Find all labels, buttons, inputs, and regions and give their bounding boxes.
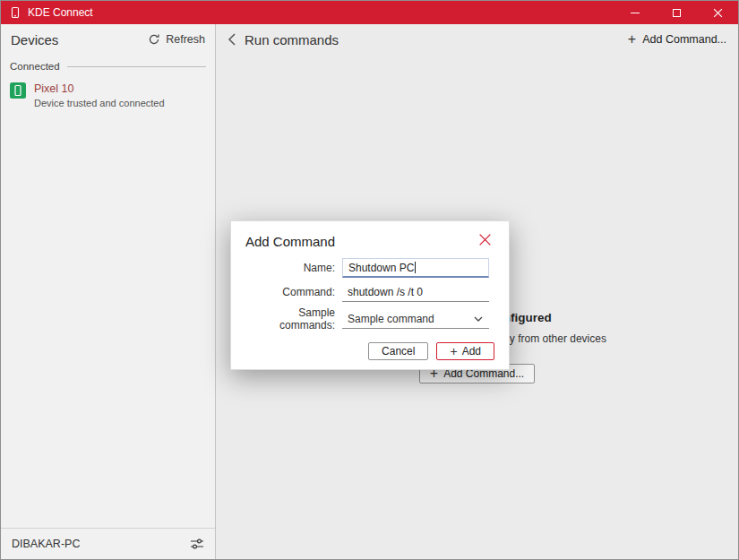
add-command-label: Add Command... (642, 33, 726, 46)
close-icon (477, 232, 493, 247)
command-input-value: shutdown /s /t 0 (348, 286, 423, 298)
page-title: Run commands (245, 32, 339, 47)
dialog-title: Add Command (245, 230, 335, 249)
close-button[interactable] (697, 1, 738, 24)
sample-commands-dropdown[interactable]: Sample command (342, 309, 489, 329)
window-controls (614, 1, 738, 24)
minimize-icon (631, 13, 640, 13)
refresh-label: Refresh (166, 33, 205, 46)
text-cursor (415, 262, 416, 273)
add-command-dialog: Add Command Name: Shutdown PC Command: s… (230, 220, 510, 370)
sample-commands-label: Sample commands: (245, 306, 335, 332)
plus-icon: + (628, 34, 636, 45)
cancel-button[interactable]: Cancel (368, 342, 428, 360)
device-list-item[interactable]: Pixel 10 Device trusted and connected (1, 76, 215, 115)
window-title: KDE Connect (28, 6, 93, 19)
devices-sidebar: Devices Refresh Connected (1, 24, 216, 559)
dialog-close-button[interactable] (476, 230, 494, 249)
sliders-icon (190, 537, 204, 551)
computer-name: DIBAKAR-PC (12, 538, 80, 550)
titlebar: KDE Connect (1, 1, 738, 24)
sidebar-title: Devices (11, 32, 58, 47)
smartphone-icon (10, 82, 26, 99)
dialog-footer: Cancel + Add (245, 342, 494, 360)
command-label: Command: (245, 286, 335, 298)
dialog-header: Add Command (245, 230, 494, 249)
maximize-button[interactable] (656, 1, 697, 24)
kde-connect-window: KDE Connect Devices (0, 0, 739, 560)
chevron-down-icon (474, 316, 483, 322)
section-divider (67, 66, 206, 67)
back-button[interactable] (228, 32, 236, 47)
connected-section-header: Connected (1, 55, 215, 76)
name-input[interactable]: Shutdown PC (342, 258, 489, 278)
sidebar-header: Devices Refresh (1, 24, 215, 55)
refresh-icon (148, 33, 160, 46)
minimize-button[interactable] (614, 1, 656, 24)
sidebar-footer: DIBAKAR-PC (1, 528, 215, 559)
add-label: Add (462, 345, 481, 358)
dialog-form: Name: Shutdown PC Command: shutdown /s /… (245, 258, 494, 332)
name-input-value: Shutdown PC (348, 262, 414, 274)
close-icon (713, 8, 723, 18)
cancel-label: Cancel (382, 345, 415, 358)
add-button[interactable]: + Add (436, 342, 494, 360)
connected-label: Connected (10, 61, 60, 72)
add-command-toolbar-button[interactable]: + Add Command... (628, 33, 726, 46)
kde-connect-app-icon (9, 6, 21, 19)
plus-icon: + (450, 346, 457, 357)
device-settings-button[interactable] (190, 537, 204, 551)
back-chevron-icon (228, 32, 236, 47)
refresh-button[interactable]: Refresh (148, 33, 205, 46)
maximize-icon (673, 9, 681, 17)
main-header: Run commands + Add Command... (216, 24, 738, 55)
name-label: Name: (245, 262, 335, 274)
command-input[interactable]: shutdown /s /t 0 (342, 282, 489, 302)
sample-commands-value: Sample command (348, 313, 434, 325)
device-status: Device trusted and connected (34, 98, 165, 108)
device-name: Pixel 10 (34, 82, 165, 95)
device-text: Pixel 10 Device trusted and connected (34, 82, 165, 108)
